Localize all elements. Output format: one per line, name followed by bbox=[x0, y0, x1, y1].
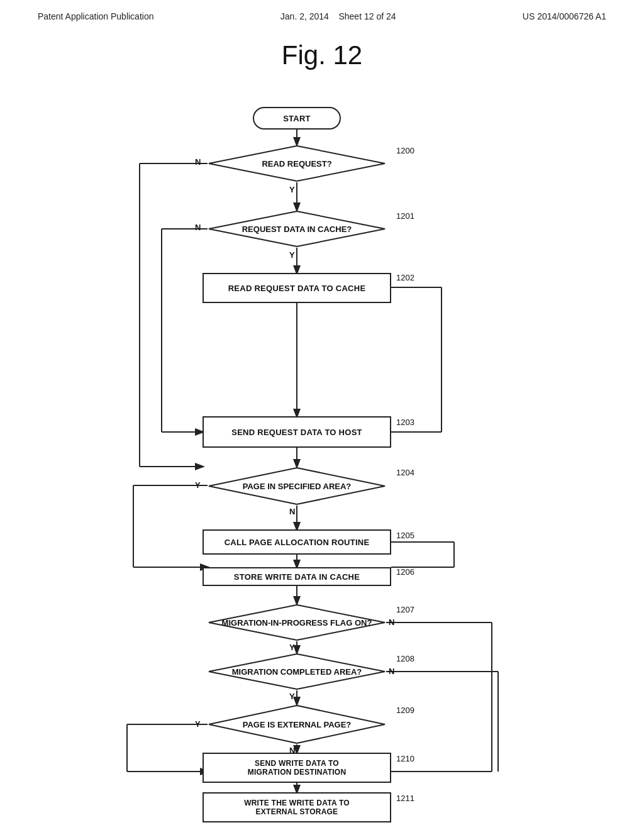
ref-1209: 1209 bbox=[396, 706, 414, 715]
ref-1208: 1208 bbox=[396, 654, 414, 663]
branch-1201-n: N bbox=[195, 223, 201, 232]
branch-1204-y: Y bbox=[195, 480, 201, 490]
node-1203-process: SEND REQUEST DATA TO HOST bbox=[203, 416, 391, 448]
ref-1204: 1204 bbox=[396, 468, 414, 477]
branch-1204-n: N bbox=[289, 507, 295, 516]
node-1209-diamond: PAGE IS EXTERNAL PAGE? bbox=[208, 704, 386, 744]
ref-1210: 1210 bbox=[396, 754, 414, 763]
flowchart: START READ REQUEST? 1200 N Y REQUEST DAT… bbox=[52, 89, 592, 800]
ref-1205: 1205 bbox=[396, 531, 414, 540]
header: Patent Application Publication Jan. 2, 2… bbox=[0, 0, 644, 28]
branch-1209-y: Y bbox=[195, 719, 201, 729]
branch-1207-y: Y bbox=[289, 643, 295, 652]
node-1201-diamond: REQUEST DATA IN CACHE? bbox=[208, 210, 386, 248]
ref-1201: 1201 bbox=[396, 211, 414, 221]
ref-1207: 1207 bbox=[396, 605, 414, 614]
node-1200-label: READ REQUEST? bbox=[208, 145, 386, 182]
node-1200-diamond: READ REQUEST? bbox=[208, 145, 386, 182]
node-1205-process: CALL PAGE ALLOCATION ROUTINE bbox=[203, 529, 391, 555]
branch-1208-y: Y bbox=[289, 692, 295, 701]
node-1211-process: WRITE THE WRITE DATA TO EXTERNAL STORAGE bbox=[203, 792, 391, 822]
ref-1202: 1202 bbox=[396, 273, 414, 282]
branch-1208-n: N bbox=[389, 667, 394, 676]
header-right: US 2014/0006726 A1 bbox=[523, 11, 606, 21]
node-1204-label: PAGE IN SPECIFIED AREA? bbox=[208, 467, 386, 506]
node-1201-label: REQUEST DATA IN CACHE? bbox=[208, 210, 386, 248]
fig-title: Fig. 12 bbox=[0, 40, 644, 70]
node-1208-label: MIGRATION COMPLETED AREA? bbox=[208, 653, 386, 690]
branch-1201-y: Y bbox=[289, 250, 295, 260]
node-1209-label: PAGE IS EXTERNAL PAGE? bbox=[208, 704, 386, 744]
node-1207-diamond: MIGRATION-IN-PROGRESS FLAG ON? bbox=[208, 604, 386, 641]
node-1210-process: SEND WRITE DATA TO MIGRATION DESTINATION bbox=[203, 753, 391, 783]
header-center: Jan. 2, 2014 Sheet 12 of 24 bbox=[280, 11, 396, 21]
ref-1200: 1200 bbox=[396, 146, 414, 155]
branch-1200-y: Y bbox=[289, 185, 295, 194]
node-1208-diamond: MIGRATION COMPLETED AREA? bbox=[208, 653, 386, 690]
node-1206-process: STORE WRITE DATA IN CACHE bbox=[203, 567, 391, 586]
branch-1200-n: N bbox=[195, 157, 201, 167]
branch-1207-n: N bbox=[389, 617, 394, 627]
ref-1206: 1206 bbox=[396, 567, 414, 577]
start-terminal: START bbox=[253, 107, 341, 130]
header-left: Patent Application Publication bbox=[38, 11, 153, 21]
ref-1211: 1211 bbox=[396, 794, 414, 803]
node-1202-process: READ REQUEST DATA TO CACHE bbox=[203, 273, 391, 303]
node-1207-label: MIGRATION-IN-PROGRESS FLAG ON? bbox=[208, 604, 386, 641]
ref-1203: 1203 bbox=[396, 418, 414, 427]
node-1204-diamond: PAGE IN SPECIFIED AREA? bbox=[208, 467, 386, 506]
